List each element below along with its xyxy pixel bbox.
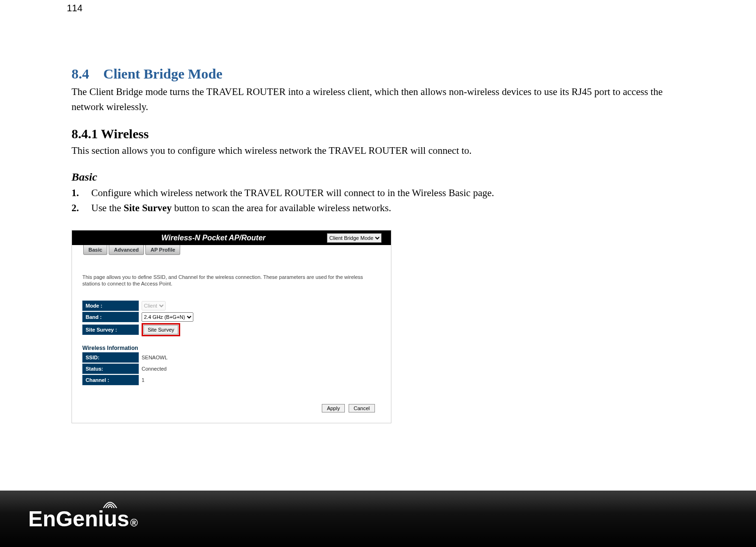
row-mode: Mode : Client bbox=[82, 301, 381, 311]
step-item: 2. Use the Site Survey button to scan th… bbox=[72, 200, 692, 216]
site-survey-button[interactable]: Site Survey bbox=[143, 325, 178, 334]
panel: This page allows you to define SSID, and… bbox=[72, 255, 391, 423]
wireless-info-heading: Wireless Information bbox=[82, 345, 381, 351]
subsection-intro: This section allows you to configure whi… bbox=[72, 143, 692, 159]
label-band: Band : bbox=[82, 312, 139, 322]
brand-logo: EnGenius® bbox=[28, 506, 138, 531]
basic-heading: Basic bbox=[72, 171, 692, 183]
label-site-survey: Site Survey : bbox=[82, 325, 139, 335]
footer: EnGenius® bbox=[0, 491, 756, 547]
titlebar-lead bbox=[72, 230, 175, 246]
value-status: Connected bbox=[139, 366, 169, 372]
page-number: 114 bbox=[67, 3, 82, 14]
step-prefix: Use the bbox=[91, 202, 124, 214]
label-ssid: SSID: bbox=[82, 352, 139, 363]
brand-text: EnGenius bbox=[28, 506, 129, 531]
step-marker: 2. bbox=[72, 200, 79, 216]
step-suffix: button to scan the area for available wi… bbox=[172, 202, 391, 214]
label-channel: Channel : bbox=[82, 375, 139, 385]
row-band: Band : 2.4 GHz (B+G+N) bbox=[82, 312, 381, 322]
embedded-screenshot: Wireless-N Pocket AP/Router Client Bridg… bbox=[72, 230, 391, 424]
row-ssid: SSID: SENAOWL bbox=[82, 352, 381, 363]
section-number: 8.4 bbox=[72, 66, 89, 81]
value-channel: 1 bbox=[139, 377, 147, 383]
mode-select[interactable]: Client bbox=[142, 301, 166, 310]
tab-basic[interactable]: Basic bbox=[83, 245, 107, 255]
tab-row: Basic Advanced AP Profile bbox=[72, 245, 391, 255]
step-item: 1. Configure which wireless network the … bbox=[72, 185, 692, 201]
subsection-heading: 8.4.1 Wireless bbox=[72, 127, 692, 142]
tab-ap-profile[interactable]: AP Profile bbox=[145, 245, 180, 255]
tab-advanced[interactable]: Advanced bbox=[109, 245, 144, 255]
row-channel: Channel : 1 bbox=[82, 375, 381, 385]
label-status: Status: bbox=[82, 364, 139, 374]
apply-button[interactable]: Apply bbox=[322, 404, 345, 412]
step-text: Configure which wireless network the TRA… bbox=[91, 187, 494, 198]
button-row: Apply Cancel bbox=[82, 404, 381, 412]
step-bold: Site Survey bbox=[124, 202, 172, 214]
wifi-icon bbox=[103, 499, 118, 509]
band-select[interactable]: 2.4 GHz (B+G+N) bbox=[142, 312, 193, 322]
screenshot-titlebar: Wireless-N Pocket AP/Router Client Bridg… bbox=[72, 230, 391, 246]
screenshot-title: Wireless-N Pocket AP/Router bbox=[161, 234, 327, 242]
section-heading: 8.4Client Bridge Mode bbox=[72, 66, 692, 82]
value-mode: Client bbox=[139, 301, 168, 310]
value-site-survey: Site Survey bbox=[139, 323, 183, 336]
section-intro: The Client Bridge mode turns the TRAVEL … bbox=[72, 85, 692, 114]
value-band: 2.4 GHz (B+G+N) bbox=[139, 312, 196, 322]
steps-list: 1. Configure which wireless network the … bbox=[72, 185, 692, 216]
cancel-button[interactable]: Cancel bbox=[349, 404, 375, 412]
row-status: Status: Connected bbox=[82, 364, 381, 374]
label-mode: Mode : bbox=[82, 301, 139, 311]
registered-mark: ® bbox=[130, 517, 138, 529]
main-content: 8.4Client Bridge Mode The Client Bridge … bbox=[72, 66, 692, 423]
step-marker: 1. bbox=[72, 185, 79, 201]
site-survey-highlight: Site Survey bbox=[142, 323, 180, 336]
panel-description: This page allows you to define SSID, and… bbox=[82, 274, 381, 288]
value-ssid: SENAOWL bbox=[139, 355, 170, 360]
mode-dropdown[interactable]: Client Bridge Mode bbox=[327, 233, 382, 243]
section-title: Client Bridge Mode bbox=[103, 66, 223, 81]
row-site-survey: Site Survey : Site Survey bbox=[82, 323, 381, 336]
